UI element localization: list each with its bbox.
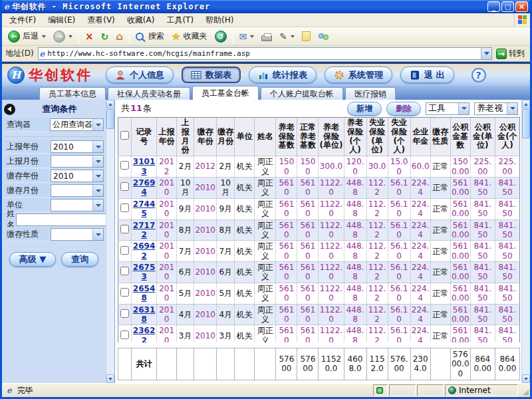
scroll-up-icon[interactable]	[522, 100, 530, 108]
chevron-down-icon[interactable]	[92, 119, 103, 130]
address-url[interactable]: http://www.hc-software.com/hcgis/mainfra…	[47, 49, 481, 58]
menu-item[interactable]: 收藏(A)	[121, 13, 161, 27]
scroll-thumb[interactable]	[106, 109, 114, 129]
chevron-down-icon[interactable]	[92, 170, 103, 182]
edit-dropdown-icon[interactable]	[291, 35, 295, 38]
cell: 2010	[194, 241, 217, 262]
help-button[interactable]: ?	[471, 68, 486, 82]
favorites-button[interactable]: ★ 收藏夹	[168, 29, 210, 44]
address-input[interactable]: e http://www.hc-software.com/hcgis/mainf…	[38, 47, 492, 60]
row-checkbox[interactable]	[120, 288, 129, 297]
menu-item[interactable]: 文件(F)	[3, 13, 42, 27]
nav-table[interactable]: 数据表	[182, 66, 241, 83]
chevron-down-icon[interactable]	[92, 141, 103, 152]
field-select[interactable]	[51, 228, 104, 241]
chevron-down-icon[interactable]	[92, 185, 103, 196]
maximize-button[interactable]: □	[501, 1, 514, 12]
close-button[interactable]: ×	[515, 1, 528, 12]
sidebar-scrollbar[interactable]	[106, 100, 114, 383]
record-link[interactable]: 27172	[133, 221, 155, 239]
nav-person[interactable]: 个人信息	[106, 66, 174, 83]
tool-select[interactable]: 工具	[426, 102, 469, 115]
home-button[interactable]: ⌂	[112, 29, 126, 44]
scroll-thumb[interactable]	[522, 109, 530, 138]
row-checkbox[interactable]	[120, 246, 129, 255]
name-input[interactable]	[16, 213, 106, 226]
chevron-down-icon[interactable]	[92, 200, 103, 211]
totals-table: 共计576005760011520.04608.01152.0576.00230…	[118, 348, 520, 380]
menu-item[interactable]: 帮助(H)	[200, 13, 239, 27]
scroll-down-icon[interactable]	[106, 374, 114, 383]
menu-item[interactable]: 编辑(E)	[42, 13, 81, 27]
add-button[interactable]: 新增	[347, 102, 382, 116]
row-checkbox[interactable]	[120, 203, 129, 212]
back-dropdown-icon[interactable]	[42, 35, 46, 38]
record-link[interactable]: 31013	[133, 157, 155, 176]
history-button[interactable]: ↺	[211, 29, 230, 44]
field-select[interactable]: 2010	[51, 170, 104, 182]
chevron-down-icon[interactable]	[92, 229, 103, 240]
row-checkbox[interactable]	[120, 309, 129, 318]
view-select[interactable]: 养老视	[474, 102, 518, 115]
delete-button[interactable]: 删除	[386, 102, 421, 116]
messenger-button[interactable]	[315, 30, 332, 43]
refresh-button[interactable]: ↻	[98, 30, 112, 43]
resize-grip[interactable]: ◢	[519, 384, 529, 396]
cell: 225.00	[495, 156, 519, 178]
scroll-up-icon[interactable]	[106, 100, 114, 108]
row-checkbox[interactable]	[120, 331, 129, 339]
back-button[interactable]: ← 后退	[5, 29, 49, 44]
record-link[interactable]: 27445	[133, 200, 155, 218]
query-button[interactable]: 查询	[61, 252, 98, 267]
record-link[interactable]: 27694	[133, 178, 155, 197]
tab-3[interactable]: 个人账户提取台帐	[261, 87, 343, 100]
go-button[interactable]: → 转到	[495, 47, 528, 60]
collapse-panel-button[interactable]	[4, 104, 15, 115]
table-scrollbar[interactable]	[521, 100, 530, 383]
row-checkbox[interactable]	[120, 225, 129, 233]
address-dropdown[interactable]	[481, 48, 491, 59]
record-link[interactable]: 26548	[133, 284, 155, 303]
nav-exit[interactable]: 退 出	[400, 66, 454, 83]
mail-dropdown-icon[interactable]	[250, 35, 254, 38]
chevron-down-icon[interactable]	[92, 156, 103, 167]
field-select[interactable]: 2010	[51, 140, 104, 153]
record-link[interactable]: 26942	[133, 241, 155, 260]
chevron-down-icon[interactable]	[507, 103, 517, 114]
totals-cell	[177, 348, 194, 380]
nav-chart[interactable]: 统计报表	[249, 66, 317, 83]
tab-4[interactable]: 医疗报销	[345, 87, 396, 100]
tab-0[interactable]: 员工基本信息	[39, 87, 106, 100]
field-select[interactable]: 公用查询器	[50, 118, 104, 131]
cell: 224.4	[410, 283, 430, 304]
menu-item[interactable]: 查看(V)	[81, 13, 121, 27]
search-button[interactable]: 搜索	[132, 29, 168, 43]
chevron-down-icon[interactable]	[458, 103, 469, 114]
field-select[interactable]	[51, 155, 104, 168]
scroll-down-icon[interactable]	[522, 374, 530, 383]
record-link[interactable]: 23622	[133, 326, 155, 342]
advanced-button[interactable]: 高级 ▼	[9, 252, 57, 267]
field-select[interactable]	[51, 184, 104, 197]
row-checkbox[interactable]	[120, 267, 129, 275]
print-button[interactable]	[258, 31, 275, 43]
record-link[interactable]: 26753	[133, 263, 155, 281]
tab-2[interactable]: 员工基金台帐	[192, 86, 259, 100]
column-header: 缴存年份	[194, 118, 217, 156]
row-checkbox[interactable]	[120, 182, 129, 191]
nav-gear[interactable]: 系统管理	[325, 66, 392, 83]
forward-button[interactable]: →	[50, 29, 76, 44]
notes-button[interactable]	[299, 30, 314, 43]
record-link[interactable]: 26318	[133, 305, 155, 324]
cell: 27445	[132, 198, 157, 219]
forward-dropdown-icon[interactable]	[68, 35, 72, 38]
field-select[interactable]	[51, 199, 104, 211]
mail-button[interactable]: ✉	[236, 30, 258, 43]
row-checkbox[interactable]	[120, 161, 129, 170]
edit-button[interactable]: ✎	[276, 30, 298, 43]
select-all-checkbox[interactable]	[120, 131, 129, 140]
minimize-button[interactable]: _	[487, 1, 500, 12]
stop-button[interactable]: ×	[82, 29, 97, 44]
tab-1[interactable]: 社保人员变动名册	[108, 87, 190, 100]
menu-item[interactable]: 工具(T)	[160, 13, 200, 27]
